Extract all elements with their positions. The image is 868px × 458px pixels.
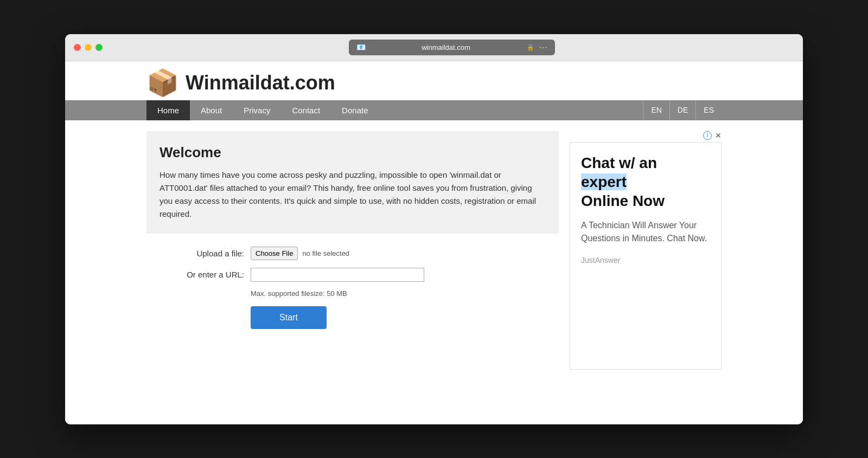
url-input-row: Or enter a URL:	[157, 268, 548, 282]
maximize-button[interactable]	[95, 44, 103, 51]
ad-close-icon[interactable]: ✕	[715, 131, 722, 140]
nav-item-about[interactable]: About	[190, 100, 233, 120]
url-label: Or enter a URL:	[157, 270, 244, 279]
lang-en[interactable]: EN	[643, 100, 669, 120]
file-upload-row: Upload a file: Choose File no file selec…	[157, 247, 548, 260]
no-file-text: no file selected	[302, 249, 349, 257]
welcome-text: How many times have you come across pesk…	[159, 169, 546, 221]
lang-de[interactable]: DE	[669, 100, 695, 120]
nav-item-contact[interactable]: Contact	[281, 100, 331, 120]
nav-item-donate[interactable]: Donate	[331, 100, 379, 120]
ad-controls: i ✕	[570, 131, 722, 140]
browser-chrome: 📧 winmaildat.com 🔒 ⋯	[65, 34, 803, 61]
url-text: winmaildat.com	[370, 43, 522, 51]
browser-menu-icon[interactable]: ⋯	[539, 42, 547, 53]
file-input-wrapper: Choose File no file selected	[251, 247, 349, 260]
main-content: Welcome How many times have you come acr…	[146, 131, 559, 329]
site-title: Winmaildat.com	[186, 72, 335, 94]
ad-headline-part1: Chat w/ an	[581, 154, 657, 171]
site-navigation: Home About Privacy Contact Donate EN DE …	[65, 100, 803, 120]
start-button[interactable]: Start	[251, 306, 327, 329]
welcome-title: Welcome	[159, 144, 546, 161]
lock-icon: 🔒	[527, 44, 534, 51]
ad-info-icon[interactable]: i	[703, 131, 712, 140]
address-bar-wrapper: 📧 winmaildat.com 🔒 ⋯	[109, 40, 794, 55]
nav-language: EN DE ES	[643, 100, 722, 120]
nav-item-privacy[interactable]: Privacy	[233, 100, 281, 120]
ad-headline-highlight: expert	[581, 173, 627, 190]
nav-items: Home About Privacy Contact Donate	[146, 100, 643, 120]
site-logo-icon: 📦	[146, 70, 179, 96]
max-size-text: Max. supported filesize: 50 MB	[251, 289, 548, 298]
choose-file-button[interactable]: Choose File	[251, 247, 298, 260]
page-content: 📦 Winmaildat.com Home About Privacy Cont…	[65, 61, 803, 424]
minimize-button[interactable]	[85, 44, 92, 51]
upload-label: Upload a file:	[157, 249, 244, 258]
address-bar[interactable]: 📧 winmaildat.com 🔒 ⋯	[349, 40, 555, 55]
upload-form: Upload a file: Choose File no file selec…	[146, 247, 559, 329]
traffic-lights	[74, 44, 103, 51]
url-input[interactable]	[251, 268, 424, 282]
nav-item-home[interactable]: Home	[146, 100, 190, 120]
ad-headline: Chat w/ an expert Online Now	[581, 153, 710, 210]
ad-source: JustAnswer	[581, 256, 710, 265]
close-button[interactable]	[74, 44, 81, 51]
welcome-box: Welcome How many times have you come acr…	[146, 131, 559, 234]
lang-es[interactable]: ES	[695, 100, 722, 120]
site-header: 📦 Winmaildat.com	[146, 61, 722, 100]
ad-headline-part2: Online Now	[581, 192, 665, 209]
browser-window: 📧 winmaildat.com 🔒 ⋯ 📦 Winmaildat.com Ho…	[65, 34, 803, 424]
site-favicon-icon: 📧	[356, 43, 366, 51]
sidebar: i ✕ Chat w/ an expert Online Now A Techn…	[570, 131, 722, 370]
ad-box: Chat w/ an expert Online Now A Technicia…	[570, 142, 722, 370]
start-button-wrapper: Start	[251, 306, 548, 329]
ad-subtext: A Technician Will Answer Your Questions …	[581, 219, 710, 245]
main-layout: Welcome How many times have you come acr…	[146, 120, 722, 380]
